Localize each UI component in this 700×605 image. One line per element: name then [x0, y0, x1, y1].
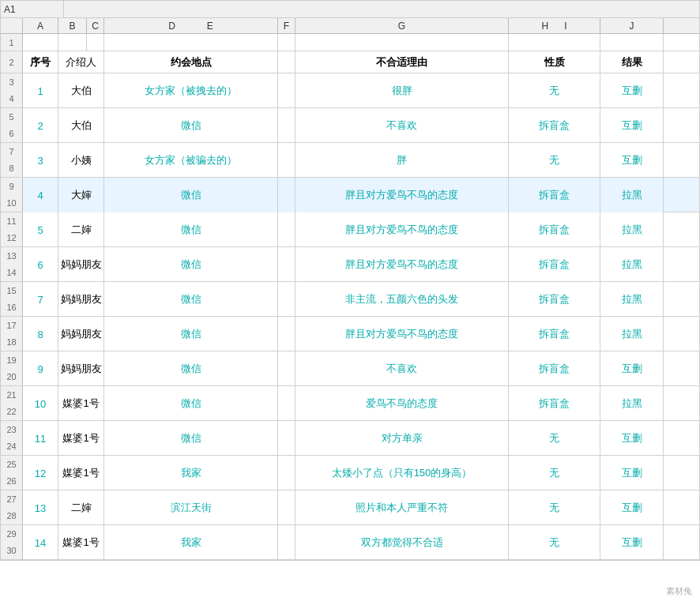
cell-location: 微信	[104, 178, 278, 212]
cell-empty	[278, 247, 295, 282]
cell-seq: 4	[23, 178, 58, 212]
col-header-j[interactable]: J	[600, 18, 664, 33]
header-introducer: 介绍人	[58, 51, 104, 73]
cell-location: 微信	[104, 421, 278, 456]
table-row: 29 30 14 媒婆1号 我家 双方都觉得不合适 无 互删	[1, 525, 699, 560]
cell-introducer: 妈妈朋友	[58, 351, 104, 386]
cell-seq: 10	[23, 386, 58, 421]
cell-seq: 9	[23, 351, 58, 386]
cell-empty	[278, 456, 295, 490]
cell-location: 微信	[104, 317, 278, 351]
col-header-a[interactable]: A	[23, 18, 58, 33]
cell-result: 拉黑	[600, 386, 664, 421]
table-row: 23 24 11 媒婆1号 微信 对方单亲 无 互删	[1, 421, 699, 456]
cell-empty	[278, 386, 295, 421]
row-num: 1	[1, 34, 23, 51]
cell-introducer: 妈妈朋友	[58, 282, 104, 317]
cell-1-g	[295, 34, 509, 51]
header-nature: 性质	[509, 51, 600, 73]
table-row: 25 26 12 媒婆1号 我家 太矮小了点（只有150的身高） 无 互删	[1, 456, 699, 490]
cell-reason: 爱鸟不鸟的态度	[295, 386, 509, 421]
grid: 1 2 序号 介绍人 约会地点 不合适理由 性质 结果 3 4	[1, 34, 699, 560]
col-header-de[interactable]: D E	[104, 18, 278, 33]
row-num: 28	[1, 508, 23, 525]
row-num: 3	[1, 73, 23, 91]
cell-nature: 无	[509, 490, 600, 525]
row-num: 8	[1, 160, 23, 178]
spreadsheet: A1 A B C D E F G H I J 1 2	[0, 0, 700, 561]
cell-nature: 无	[509, 456, 600, 490]
cell-location: 微信	[104, 108, 278, 143]
cell-empty	[278, 421, 295, 456]
table-row: 15 16 7 妈妈朋友 微信 非主流，五颜六色的头发 拆盲盒 拉黑	[1, 282, 699, 317]
cell-seq: 12	[23, 456, 58, 490]
cell-nature: 无	[509, 73, 600, 108]
cell-nature: 无	[509, 421, 600, 456]
cell-result: 互删	[600, 108, 664, 143]
row-num: 21	[1, 386, 23, 404]
cell-empty	[278, 525, 295, 560]
col-header-hi[interactable]: H I	[509, 18, 600, 33]
cell-reason: 非主流，五颜六色的头发	[295, 282, 509, 317]
cell-introducer: 二婶	[58, 212, 104, 247]
cell-empty	[278, 73, 295, 108]
cell-seq: 6	[23, 247, 58, 282]
corner-cell	[1, 18, 23, 33]
cell-introducer: 媒婆1号	[58, 386, 104, 421]
cell-empty	[278, 178, 295, 212]
header-reason: 不合适理由	[295, 51, 509, 73]
cell-empty	[278, 282, 295, 317]
header-location: 约会地点	[104, 51, 278, 73]
col-header-b[interactable]: B	[58, 18, 87, 33]
cell-reason: 胖且对方爱鸟不鸟的态度	[295, 178, 509, 212]
cell-1-b	[58, 34, 87, 51]
cell-location: 滨江天街	[104, 490, 278, 525]
cell-location: 女方家（被骗去的）	[104, 143, 278, 178]
cell-nature: 拆盲盒	[509, 282, 600, 317]
cell-result: 互删	[600, 73, 664, 108]
cell-nature: 无	[509, 143, 600, 178]
table-row: 11 12 5 二婶 微信 胖且对方爱鸟不鸟的态度 拆盲盒 拉黑	[1, 212, 699, 247]
cell-1-c	[87, 34, 104, 51]
cell-introducer: 二婶	[58, 490, 104, 525]
cell-empty	[278, 317, 295, 351]
col-header-c[interactable]: C	[87, 18, 104, 33]
cell-result: 拉黑	[600, 247, 664, 282]
row-num: 2	[1, 51, 23, 73]
table-row: 17 18 8 妈妈朋友 微信 胖且对方爱鸟不鸟的态度 拆盲盒 拉黑	[1, 317, 699, 351]
row-num: 11	[1, 212, 23, 230]
cell-1-hi	[509, 34, 600, 51]
row-num: 24	[1, 438, 23, 456]
table-row: 3 4 1 大伯 女方家（被拽去的） 很胖 无 互删	[1, 73, 699, 108]
row-num: 13	[1, 247, 23, 265]
row-num: 16	[1, 299, 23, 317]
row-num: 22	[1, 404, 23, 421]
row-num: 30	[1, 543, 23, 560]
row-num: 15	[1, 282, 23, 299]
cell-seq: 1	[23, 73, 58, 108]
row-num: 7	[1, 143, 23, 160]
row-num: 27	[1, 490, 23, 508]
col-header-f[interactable]: F	[278, 18, 295, 33]
cell-seq: 13	[23, 490, 58, 525]
cell-nature: 拆盲盒	[509, 386, 600, 421]
cell-result: 拉黑	[600, 212, 664, 247]
table-row: 21 22 10 媒婆1号 微信 爱鸟不鸟的态度 拆盲盒 拉黑	[1, 386, 699, 421]
cell-introducer: 媒婆1号	[58, 525, 104, 560]
row-num: 10	[1, 195, 23, 212]
name-box[interactable]: A1	[1, 1, 64, 17]
cell-result: 互删	[600, 351, 664, 386]
table-row: 1	[1, 34, 699, 51]
row-num: 20	[1, 369, 23, 386]
cell-nature: 拆盲盒	[509, 108, 600, 143]
row-num: 19	[1, 351, 23, 369]
row-num: 17	[1, 317, 23, 334]
col-header-g[interactable]: G	[295, 18, 509, 33]
cell-1-a	[23, 34, 58, 51]
row-num: 9	[1, 178, 23, 195]
row-num: 6	[1, 126, 23, 143]
row-num: 5	[1, 108, 23, 126]
formula-input[interactable]	[64, 1, 699, 17]
cell-location: 微信	[104, 351, 278, 386]
cell-result: 拉黑	[600, 317, 664, 351]
